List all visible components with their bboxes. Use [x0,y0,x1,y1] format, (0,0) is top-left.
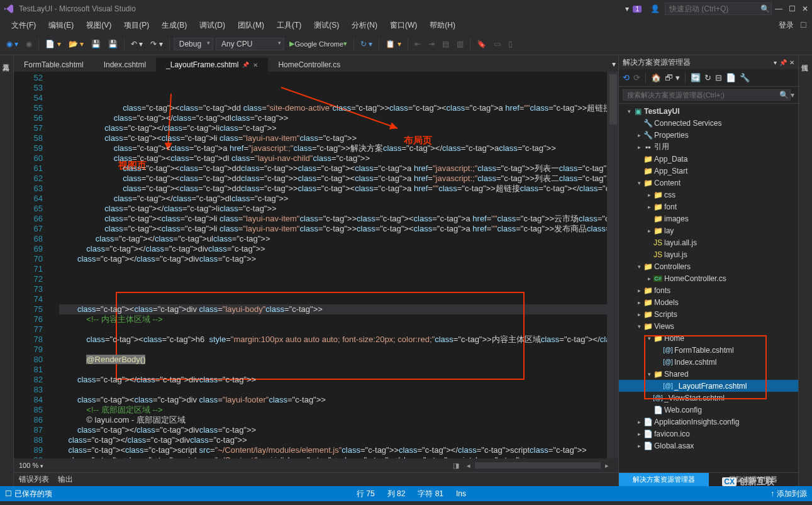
sync-icon[interactable]: 🗗 ▾ [665,73,680,82]
collapse-button[interactable]: ▭ [491,36,503,52]
notif-flag-icon[interactable]: ▾ [625,4,629,13]
maximize-button[interactable]: ☐ [789,4,796,13]
panel-menu-icon[interactable]: ▾ [774,59,777,66]
indent-button[interactable]: ⇥ [426,36,437,52]
tab-homecontroller[interactable]: HomeController.cs [268,58,350,72]
tree-node[interactable]: JSlayui.js [619,248,798,260]
tree-node[interactable]: ▾▣TestLayUI [619,105,798,117]
menu-tools[interactable]: 工具(T) [270,19,308,32]
tree-node[interactable]: JSlayui.all.js [619,236,798,248]
format-button[interactable]: 📋 ▾ [383,36,403,52]
config-combo[interactable]: Debug [174,38,213,50]
nav-fwd-button[interactable]: ◉ [23,36,35,52]
menu-analyze[interactable]: 分析(N) [345,19,384,32]
platform-combo[interactable]: Any CPU [216,38,284,50]
tab-formtable[interactable]: FormTable.cshtml [14,58,94,72]
error-list-tab[interactable]: 错误列表 [19,474,49,485]
menu-build[interactable]: 生成(B) [155,19,193,32]
close-button[interactable]: ✕ [802,4,808,13]
tab-layoutframe[interactable]: _LayoutFrame.cshtml📌✕ [156,58,268,72]
nav-back-button[interactable]: ◉ ▾ [4,36,21,52]
tab-index[interactable]: Index.cshtml [94,58,156,72]
overview-ruler[interactable] [607,72,618,458]
back-icon[interactable]: ⟲ [623,73,630,82]
menu-window[interactable]: 窗口(W) [384,19,423,32]
tree-node[interactable]: ▸📁Scripts [619,308,798,320]
tree-node[interactable]: ▸📄Global.asax [619,440,798,452]
minimize-button[interactable]: — [775,4,782,13]
collapse-all-icon[interactable]: ⊟ [715,73,722,82]
tree-node[interactable]: ▸📄ApplicationInsights.config [619,416,798,428]
search-icon[interactable]: 🔍 ▾ [779,91,794,99]
undo-button[interactable]: ↶ ▾ [128,36,145,52]
pending-icon[interactable]: 🔄 [691,73,701,82]
menu-view[interactable]: 视图(V) [80,19,118,32]
new-item-button[interactable]: 📄 ▾ [43,36,63,52]
tree-node[interactable]: ▸▪▪引用 [619,141,798,153]
properties-tab[interactable]: 属性 [799,55,811,63]
code-editor[interactable]: 5253545556575859606162636465666768697071… [14,72,618,458]
panel-close-icon[interactable]: ✕ [789,59,794,66]
tree-node[interactable]: [@]_LayoutFrame.cshtml [619,380,798,392]
search-icon[interactable]: 🔍 [760,4,770,13]
menu-file[interactable]: 文件(F) [5,19,42,32]
tree-node[interactable]: [@]_ViewStart.cshtml [619,392,798,404]
tree-node[interactable]: ▸📁fonts [619,284,798,296]
hsplit-icon[interactable]: ◨ [450,462,462,470]
hscroll-right[interactable]: ▸ [601,462,613,470]
solution-explorer-tab[interactable]: 解决方案资源管理器 [619,473,709,486]
home-icon[interactable]: 🏠 [651,73,661,82]
expand-button[interactable]: ▯ [506,36,515,52]
tree-node[interactable]: ▸📁lay [619,225,798,236]
feedback-icon[interactable]: 👤 [650,4,660,13]
tree-node[interactable]: ▸📁Models [619,296,798,308]
close-tab-icon[interactable]: ✕ [253,62,258,69]
tree-node[interactable]: 📁App_Data [619,153,798,165]
sign-in-link[interactable]: 登录 [775,19,798,32]
active-files-dropdown[interactable]: ▾ [609,57,618,72]
save-button[interactable]: 💾 [89,36,103,52]
tree-node[interactable]: 📁images [619,213,798,225]
pin-icon[interactable]: 📌 [242,62,249,68]
notification-badge[interactable]: 1 [633,6,642,13]
outdent-button[interactable]: ⇤ [412,36,423,52]
tree-node[interactable]: [@]FormTable.cshtml [619,344,798,356]
menu-test[interactable]: 测试(S) [308,19,345,32]
hscroll-left[interactable]: ◂ [462,462,475,470]
team-explorer-tab[interactable]: 团队资源管理器 [709,473,799,486]
tree-node[interactable]: 📄Web.config [619,404,798,416]
bookmark-button[interactable]: 🔖 [474,36,489,52]
tree-node[interactable]: ▸📄favicon.ico [619,428,798,440]
menu-project[interactable]: 项目(P) [118,19,155,32]
uncomment-button[interactable]: ▥ [454,36,466,52]
menu-debug[interactable]: 调试(D) [193,19,231,32]
status-publish[interactable]: ↑ 添加到源 [770,489,807,499]
fwd-icon[interactable]: ⟳ [633,73,640,82]
tree-node[interactable]: ▾📁Shared [619,368,798,380]
menu-team[interactable]: 团队(M) [231,19,270,32]
zoom-level[interactable]: 100 % [19,462,43,469]
quick-launch-input[interactable] [665,3,772,15]
properties-icon[interactable]: 🔧 [740,73,750,82]
browser-link-refresh[interactable]: ↻ ▾ [358,36,375,52]
menu-help[interactable]: 帮助(H) [423,19,462,32]
tree-node[interactable]: [@]Index.cshtml [619,356,798,368]
toolbox-tab[interactable]: 工具箱 [0,55,12,63]
start-debug-button[interactable]: ▶ Google Chrome ▾ [287,36,350,52]
tree-node[interactable]: ▾📁Content [619,177,798,189]
redo-button[interactable]: ↷ ▾ [148,36,165,52]
menu-edit[interactable]: 编辑(E) [42,19,80,32]
tree-node[interactable]: 📁App_Start [619,165,798,177]
solution-search-input[interactable] [623,89,791,101]
tree-node[interactable]: ▸📁css [619,189,798,201]
sign-in-icon[interactable]: ☐ [800,21,807,30]
tree-node[interactable]: ▾📁Views [619,320,798,332]
hscroll-track[interactable] [475,462,601,469]
tree-node[interactable]: ▾📁Controllers [619,260,798,272]
tree-node[interactable]: ▸📁font [619,201,798,213]
tree-node[interactable]: 🔧Connected Services [619,117,798,129]
save-all-button[interactable]: 💾̤ [106,36,120,52]
solution-tree[interactable]: ▾▣TestLayUI🔧Connected Services▸🔧Properti… [619,104,798,472]
refresh-icon[interactable]: ↻ [704,73,711,82]
output-tab[interactable]: 输出 [58,474,73,485]
